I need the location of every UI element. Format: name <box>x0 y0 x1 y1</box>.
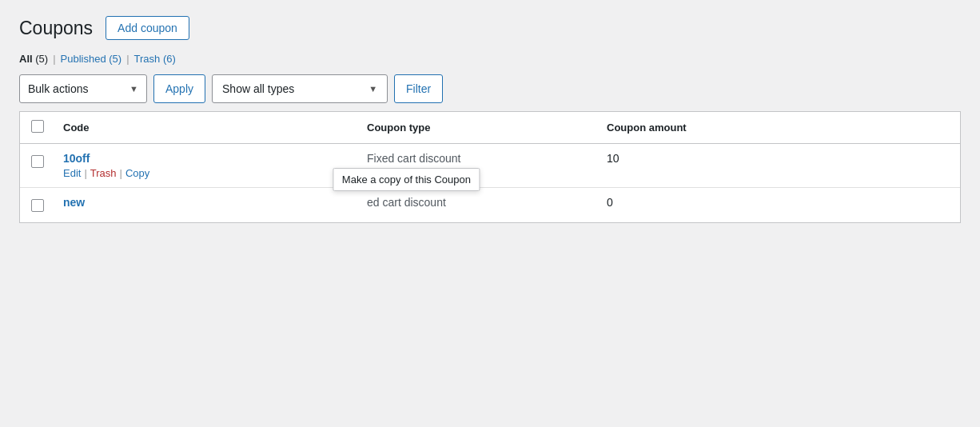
row-1-amount-cell: 10 <box>597 144 960 188</box>
row-1-type-cell: Fixed cart discount <box>357 144 597 188</box>
select-all-header[interactable] <box>20 112 54 144</box>
row-2-type-text: ed cart discount <box>367 196 446 209</box>
bulk-actions-label: Bulk actions <box>28 82 123 95</box>
row-1-checkbox[interactable] <box>31 155 44 168</box>
sep-2: | <box>120 167 122 179</box>
row-1-code-cell: 10off Edit | Trash | Copy <box>54 144 357 188</box>
row-2-type-cell: Make a copy of this Coupon ed cart disco… <box>357 188 597 223</box>
col-header-amount: Coupon amount <box>597 112 960 144</box>
row-1-edit-link[interactable]: Edit <box>63 167 81 179</box>
table-row: new Make a copy of this Coupon ed cart d… <box>20 188 960 223</box>
filter-links: All (5) | Published (5) | Trash (6) <box>19 53 961 65</box>
separator-1: | <box>53 53 55 65</box>
filter-all-current: All (5) <box>19 53 48 65</box>
row-2-checkbox-cell <box>20 188 54 223</box>
separator-2: | <box>126 53 129 65</box>
page-title: Coupons <box>19 18 93 39</box>
filter-button[interactable]: Filter <box>394 74 443 103</box>
row-1-actions: Edit | Trash | Copy <box>63 167 348 179</box>
row-1-code-link[interactable]: 10off <box>63 152 348 165</box>
col-header-type: Coupon type <box>357 112 597 144</box>
table-row: 10off Edit | Trash | Copy Fixed cart dis… <box>20 144 960 188</box>
select-all-checkbox[interactable] <box>31 120 44 133</box>
type-filter-label: Show all types <box>222 82 361 95</box>
row-1-trash-link[interactable]: Trash <box>90 167 117 179</box>
row-2-code-cell: new <box>54 188 357 223</box>
row-1-copy-link[interactable]: Copy <box>125 167 149 179</box>
row-1-checkbox-cell <box>20 144 54 188</box>
apply-button[interactable]: Apply <box>153 74 205 103</box>
chevron-down-icon-2: ▼ <box>368 84 377 94</box>
add-coupon-button[interactable]: Add coupon <box>106 16 189 40</box>
coupons-table-wrapper: Code Coupon type Coupon amount 10off Edi… <box>19 111 961 223</box>
sep-1: | <box>84 167 86 179</box>
row-2-checkbox[interactable] <box>31 199 44 212</box>
filter-published-link[interactable]: Published (5) <box>61 53 122 65</box>
toolbar: Bulk actions ▼ Apply Show all types ▼ Fi… <box>19 74 961 111</box>
page-header: Coupons Add coupon <box>19 16 961 40</box>
coupons-table: Code Coupon type Coupon amount 10off Edi… <box>20 112 960 222</box>
bulk-actions-select[interactable]: Bulk actions ▼ <box>19 74 147 103</box>
row-2-amount-cell: 0 <box>597 188 960 223</box>
chevron-down-icon: ▼ <box>129 84 138 94</box>
row-2-code-link[interactable]: new <box>63 196 348 209</box>
table-header-row: Code Coupon type Coupon amount <box>20 112 960 144</box>
type-filter-select[interactable]: Show all types ▼ <box>212 74 388 103</box>
filter-trash-link[interactable]: Trash (6) <box>134 53 176 65</box>
col-header-code: Code <box>54 112 357 144</box>
